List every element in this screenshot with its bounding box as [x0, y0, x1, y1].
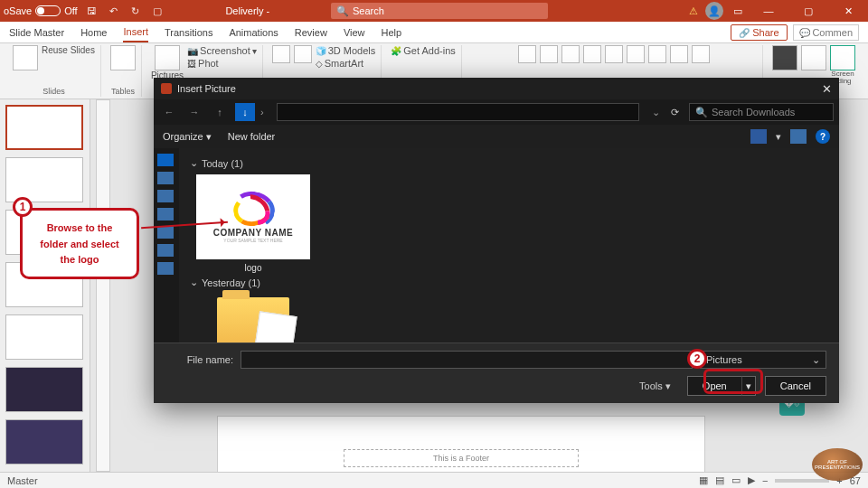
- place-documents-icon[interactable]: [157, 208, 174, 221]
- ribbon-group-tables: Tables: [105, 45, 142, 97]
- undo-icon[interactable]: ↶: [107, 4, 121, 18]
- zoom-slider[interactable]: [775, 479, 829, 483]
- status-view: Master: [7, 475, 38, 486]
- group-today[interactable]: ⌄Today (1): [190, 157, 828, 169]
- slide-thumbnails[interactable]: [0, 99, 90, 472]
- zoom-out-button[interactable]: −: [762, 475, 768, 486]
- group-yesterday[interactable]: ⌄Yesterday (1): [190, 277, 828, 288]
- startfrom-icon[interactable]: ▢: [150, 4, 165, 18]
- pictures-icon[interactable]: [155, 45, 180, 70]
- table-icon[interactable]: [110, 45, 136, 70]
- places-sidebar[interactable]: [154, 148, 179, 343]
- slideshow-icon[interactable]: ▶: [748, 474, 755, 486]
- place-pictures-icon[interactable]: [157, 226, 174, 239]
- tab-review[interactable]: Review: [295, 23, 327, 42]
- tab-view[interactable]: View: [344, 23, 365, 42]
- view-dropdown-icon[interactable]: ▾: [776, 131, 781, 143]
- place-onedrive-icon[interactable]: [157, 154, 174, 166]
- textbox-icon[interactable]: [561, 45, 580, 63]
- file-logo-thumbnail: COMPANY NAME YOUR SAMPLE TEXT HERE: [196, 174, 310, 259]
- logo-swirl-icon: [228, 192, 278, 228]
- place-downloads-icon[interactable]: [157, 190, 174, 202]
- header-footer-icon[interactable]: [583, 45, 601, 63]
- tools-dropdown[interactable]: Tools ▾: [639, 380, 671, 392]
- dialog-search-input[interactable]: 🔍 Search Downloads: [689, 103, 834, 121]
- watermark-icon: ART OFPRESENTATIONS: [812, 448, 863, 481]
- place-thispc-icon[interactable]: [157, 244, 174, 257]
- screenshot-button[interactable]: 📷 Screenshot ▾: [187, 45, 257, 56]
- filename-input[interactable]: [241, 351, 693, 369]
- nav-recent-button[interactable]: ↓: [235, 103, 255, 121]
- warning-icon[interactable]: ⚠: [689, 5, 698, 17]
- view-sorter-icon[interactable]: ▤: [715, 474, 724, 486]
- tab-insert[interactable]: Insert: [123, 23, 148, 42]
- view-normal-icon[interactable]: ▦: [699, 474, 708, 486]
- new-folder-button[interactable]: New folder: [228, 131, 276, 142]
- search-icon: 🔍: [336, 5, 349, 17]
- organize-button[interactable]: Organize ▾: [163, 131, 212, 143]
- search-box[interactable]: 🔍 Search: [331, 3, 548, 19]
- chevron-right-icon: ›: [260, 107, 264, 117]
- thumbnail-7[interactable]: [5, 419, 83, 465]
- ribbon-options-icon[interactable]: ▭: [731, 4, 745, 18]
- address-bar[interactable]: [277, 103, 639, 121]
- help-button[interactable]: ?: [816, 129, 830, 144]
- comments-button[interactable]: 💬 Commen: [793, 24, 859, 41]
- save-icon[interactable]: 🖫: [85, 4, 99, 18]
- refresh-button[interactable]: ⟳: [665, 103, 684, 121]
- tab-slide-master[interactable]: Slide Master: [9, 23, 64, 42]
- tab-home[interactable]: Home: [80, 23, 107, 42]
- shapes-icon[interactable]: [272, 45, 290, 63]
- vertical-ruler: [96, 99, 110, 472]
- smartart-button[interactable]: ◇ SmartArt: [316, 58, 376, 69]
- photo-album-button[interactable]: 🖼 Phot: [187, 58, 257, 69]
- tab-transitions[interactable]: Transitions: [165, 23, 212, 42]
- video-icon[interactable]: [670, 45, 688, 63]
- comment-icon[interactable]: [540, 45, 558, 63]
- tab-help[interactable]: Help: [382, 23, 402, 42]
- slide[interactable]: This is a Footer: [217, 416, 705, 477]
- equation-icon[interactable]: [627, 45, 645, 63]
- view-mode-button[interactable]: [750, 129, 767, 144]
- footer-placeholder[interactable]: This is a Footer: [344, 449, 579, 467]
- file-filter-dropdown[interactable]: Pictures⌄: [700, 351, 826, 369]
- redo-icon[interactable]: ↻: [128, 4, 143, 18]
- nav-back-button[interactable]: ←: [159, 103, 179, 121]
- chevron-down-icon: ⌄: [190, 157, 198, 169]
- reuse-slides-button[interactable]: Reuse Slides: [42, 45, 95, 55]
- screen-recording-button[interactable]: [830, 45, 855, 70]
- place-desktop-icon[interactable]: [157, 172, 174, 184]
- cancel-button[interactable]: Cancel: [765, 376, 826, 396]
- autosave-toggle[interactable]: oSave Off: [4, 5, 78, 16]
- thumbnail-6[interactable]: [5, 367, 83, 412]
- symbol-icon[interactable]: [648, 45, 666, 63]
- tab-animations[interactable]: Animations: [229, 23, 278, 42]
- wordart-icon[interactable]: [605, 45, 623, 63]
- preview-pane-button[interactable]: [790, 129, 807, 144]
- minimize-button[interactable]: —: [752, 0, 785, 22]
- address-dropdown-icon[interactable]: ⌄: [652, 107, 660, 118]
- thumbnail-1[interactable]: [5, 105, 83, 150]
- thumbnail-2[interactable]: [5, 157, 83, 202]
- 3d-models-button[interactable]: 🧊 3D Models: [316, 45, 376, 56]
- view-reading-icon[interactable]: ▭: [731, 474, 741, 486]
- audio-icon[interactable]: [692, 45, 710, 63]
- video-button[interactable]: [772, 45, 797, 70]
- share-button[interactable]: 🔗 Share: [731, 24, 787, 41]
- place-network-icon[interactable]: [157, 262, 174, 275]
- app-icon: [161, 83, 172, 94]
- dialog-close-button[interactable]: ✕: [822, 82, 832, 96]
- file-list[interactable]: ⌄Today (1) COMPANY NAME YOUR SAMPLE TEXT…: [179, 148, 839, 343]
- maximize-button[interactable]: ▢: [792, 0, 825, 22]
- nav-up-button[interactable]: ↑: [210, 103, 230, 121]
- new-slide-icon[interactable]: [13, 45, 38, 70]
- nav-forward-button[interactable]: →: [184, 103, 204, 121]
- audio-button[interactable]: [801, 45, 826, 70]
- close-window-button[interactable]: ✕: [832, 0, 864, 22]
- get-addins-button[interactable]: 🧩 Get Add-ins: [391, 45, 455, 56]
- icons-icon[interactable]: [294, 45, 312, 63]
- file-folder[interactable]: [190, 294, 316, 343]
- thumbnail-5[interactable]: [5, 314, 83, 360]
- user-avatar[interactable]: 👤: [705, 2, 723, 20]
- link-icon[interactable]: [518, 45, 536, 63]
